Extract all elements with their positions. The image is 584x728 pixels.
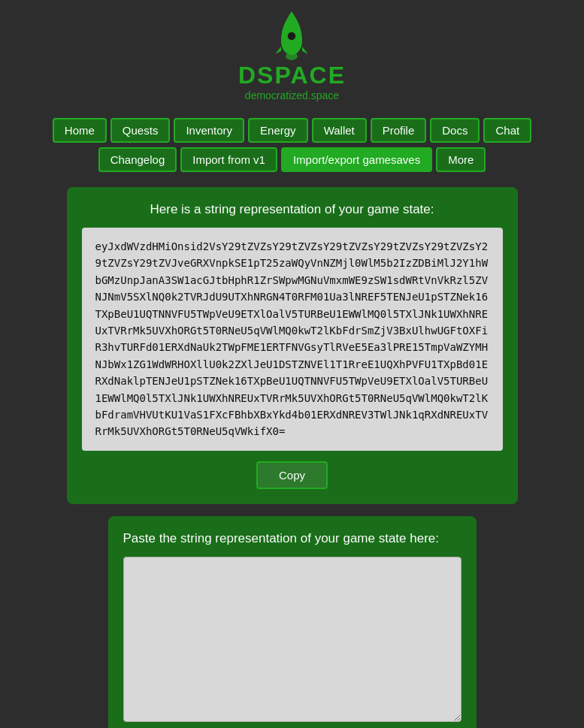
nav-more[interactable]: More [436,147,486,172]
header: DSPACE democratized.space [238,8,346,110]
nav-quests[interactable]: Quests [110,118,171,143]
site-title: DSPACE [238,62,346,89]
nav-row-1: Home Quests Inventory Energy Wallet Prof… [53,118,531,143]
copy-button[interactable]: Copy [256,461,328,489]
nav-energy[interactable]: Energy [248,118,308,143]
nav-import-export-gamesaves[interactable]: Import/export gamesaves [281,147,432,172]
import-label: Paste the string representation of your … [123,531,461,546]
nav-row-2: Changelog Import from v1 Import/export g… [98,147,486,172]
nav-import-v1[interactable]: Import from v1 [180,147,277,172]
nav-chat[interactable]: Chat [483,118,531,143]
export-label: Here is a string representation of your … [150,202,434,217]
logo-container: DSPACE democratized.space [238,8,346,110]
svg-point-1 [287,32,296,41]
rocket-icon [269,8,314,60]
nav-profile[interactable]: Profile [371,118,427,143]
svg-point-2 [286,53,298,60]
import-card: Paste the string representation of your … [108,516,477,728]
nav-home[interactable]: Home [53,118,107,143]
nav-inventory[interactable]: Inventory [174,118,244,143]
nav-wallet[interactable]: Wallet [312,118,367,143]
game-state-display: eyJxdWVzdHMiOnsid2VsY29tZVZsY29tZVZsY29t… [82,228,503,451]
nav-container: Home Quests Inventory Energy Wallet Prof… [53,118,531,172]
export-card: Here is a string representation of your … [67,187,518,504]
nav-docs[interactable]: Docs [430,118,480,143]
import-textarea[interactable] [123,557,461,722]
nav-changelog[interactable]: Changelog [98,147,177,172]
site-subtitle: democratized.space [245,89,339,101]
